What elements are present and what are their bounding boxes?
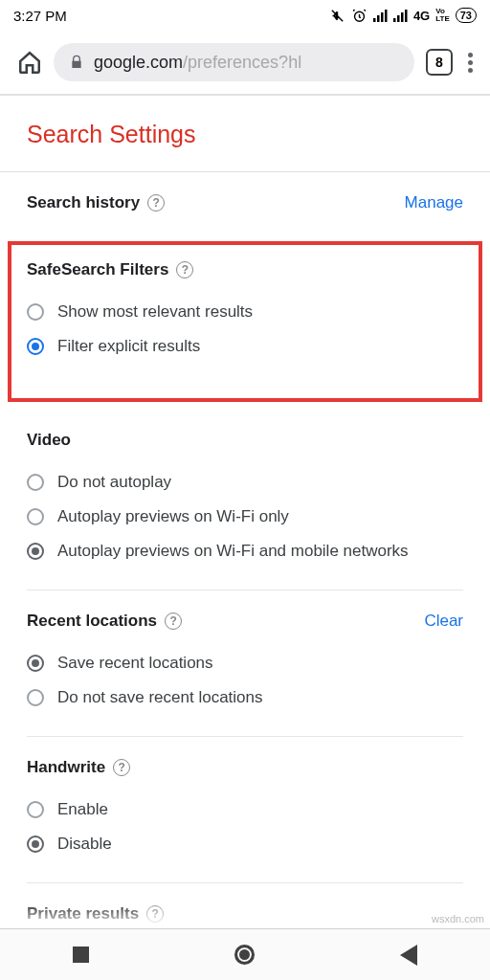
browser-toolbar: google.com/preferences?hl 8 — [0, 31, 490, 94]
radio-icon — [27, 338, 44, 355]
recents-button[interactable] — [73, 947, 89, 963]
safesearch-option-relevant[interactable]: Show most relevant results — [27, 295, 463, 329]
radio-icon — [27, 801, 44, 818]
locations-option-save[interactable]: Save recent locations — [27, 646, 463, 680]
svg-rect-8 — [405, 10, 408, 22]
radio-icon — [27, 689, 44, 706]
option-label: Autoplay previews on Wi-Fi only — [57, 507, 289, 526]
video-title: Video — [27, 431, 71, 450]
radio-icon — [27, 655, 44, 672]
manage-link[interactable]: Manage — [405, 193, 463, 212]
option-label: Disable — [57, 835, 112, 854]
help-icon[interactable]: ? — [165, 612, 182, 630]
locations-option-no-save[interactable]: Do not save recent locations — [27, 680, 463, 715]
watermark: wsxdn.com — [432, 913, 484, 924]
option-label: Do not save recent locations — [57, 688, 263, 707]
svg-rect-7 — [401, 12, 404, 22]
clear-link[interactable]: Clear — [424, 612, 463, 631]
url-text: google.com/preferences?hl — [94, 53, 301, 73]
option-label: Save recent locations — [57, 654, 213, 673]
status-bar: 3:27 PM 4G VoLTE 73 — [0, 0, 490, 31]
safesearch-title: SafeSearch Filters — [27, 260, 168, 279]
section-handwrite: Handwrite ? Enable Disable — [0, 737, 490, 883]
fade-overlay — [0, 902, 490, 928]
section-video: Video Do not autoplay Autoplay previews … — [0, 410, 490, 590]
svg-rect-6 — [397, 15, 400, 22]
android-nav-bar — [0, 928, 490, 980]
home-icon[interactable] — [17, 50, 42, 75]
volte-label: VoLTE — [435, 8, 450, 23]
radio-icon — [27, 474, 44, 491]
tab-switcher[interactable]: 8 — [426, 49, 453, 76]
mute-icon — [329, 8, 345, 24]
status-icons: 4G VoLTE 73 — [329, 8, 477, 24]
menu-icon[interactable] — [464, 53, 477, 73]
page-title: Search Settings — [0, 96, 490, 171]
safesearch-option-filter[interactable]: Filter explicit results — [27, 329, 463, 364]
option-label: Do not autoplay — [57, 473, 171, 492]
alarm-icon — [351, 8, 368, 24]
svg-rect-4 — [385, 10, 388, 22]
video-option-both[interactable]: Autoplay previews on Wi-Fi and mobile ne… — [27, 534, 463, 568]
option-label: Show most relevant results — [57, 302, 253, 322]
svg-rect-3 — [381, 12, 384, 22]
video-option-wifi[interactable]: Autoplay previews on Wi-Fi only — [27, 500, 463, 534]
home-button[interactable] — [234, 945, 255, 965]
lock-icon — [69, 54, 84, 71]
signal-icon-2 — [393, 10, 408, 22]
section-locations: Recent locations ? Clear Save recent loc… — [0, 590, 490, 737]
radio-icon — [27, 835, 44, 853]
search-history-title: Search history — [27, 193, 140, 212]
svg-rect-2 — [377, 15, 380, 22]
handwrite-title: Handwrite — [27, 758, 105, 777]
network-label: 4G — [413, 9, 430, 23]
locations-title: Recent locations — [27, 612, 157, 631]
safesearch-highlight: SafeSearch Filters ? Show most relevant … — [8, 241, 482, 402]
help-icon[interactable]: ? — [176, 261, 193, 278]
radio-icon — [27, 303, 44, 321]
svg-rect-5 — [393, 18, 396, 22]
radio-icon — [27, 543, 44, 560]
option-label: Autoplay previews on Wi-Fi and mobile ne… — [57, 542, 409, 561]
help-icon[interactable]: ? — [113, 759, 130, 776]
video-option-no-autoplay[interactable]: Do not autoplay — [27, 465, 463, 500]
help-icon[interactable]: ? — [147, 194, 165, 212]
handwrite-option-enable[interactable]: Enable — [27, 792, 463, 827]
option-label: Filter explicit results — [57, 337, 200, 356]
url-bar[interactable]: google.com/preferences?hl — [54, 43, 414, 81]
signal-icon — [373, 10, 388, 22]
radio-icon — [27, 508, 44, 525]
back-button[interactable] — [400, 945, 417, 966]
section-search-history: Search history ? Manage — [0, 172, 490, 224]
handwrite-option-disable[interactable]: Disable — [27, 827, 463, 861]
battery-indicator: 73 — [456, 8, 477, 23]
svg-rect-1 — [373, 18, 376, 22]
option-label: Enable — [57, 800, 108, 819]
status-time: 3:27 PM — [13, 8, 67, 24]
